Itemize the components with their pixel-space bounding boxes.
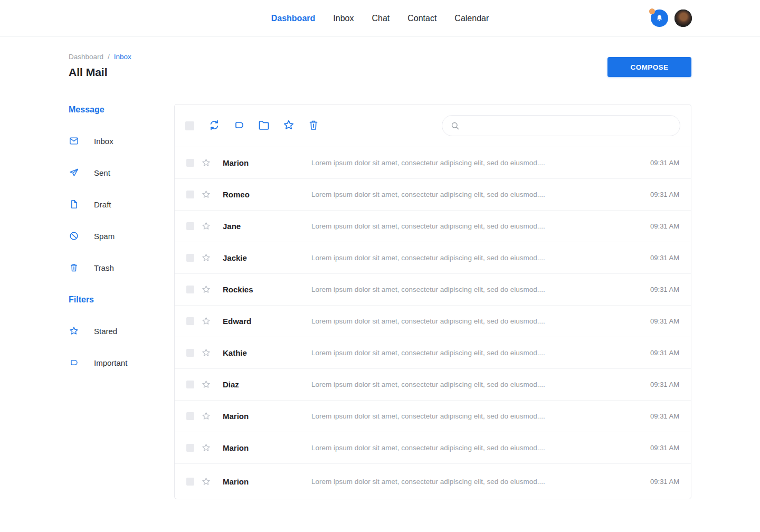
avatar[interactable]	[674, 10, 692, 27]
mail-preview: Lorem ipsum dolor sit amet, consectetur …	[311, 317, 644, 325]
topbar-actions	[651, 10, 692, 27]
nav-item-inbox[interactable]: Inbox	[333, 14, 354, 23]
mail-time: 09:31 AM	[650, 412, 679, 420]
star-icon[interactable]	[201, 411, 211, 421]
mail-sender: Marion	[223, 477, 311, 486]
breadcrumb-dashboard[interactable]: Dashboard	[69, 53, 103, 61]
mail-sender: Jane	[223, 222, 311, 231]
sidebar-item-spam[interactable]: Spam	[69, 220, 174, 252]
mail-sender: Jackie	[223, 253, 311, 262]
sidebar-item-stared[interactable]: Stared	[69, 315, 174, 347]
row-checkbox[interactable]	[186, 191, 194, 198]
mail-preview: Lorem ipsum dolor sit amet, consectetur …	[311, 381, 644, 388]
mail-row[interactable]: Marion Lorem ipsum dolor sit amet, conse…	[175, 432, 691, 464]
mail-card: Marion Lorem ipsum dolor sit amet, conse…	[174, 104, 691, 499]
mail-sender: Marion	[223, 443, 311, 452]
row-checkbox[interactable]	[186, 317, 194, 325]
star-icon[interactable]	[201, 477, 211, 487]
mail-time: 09:31 AM	[650, 191, 679, 198]
sidebar-item-important[interactable]: Important	[69, 347, 174, 378]
row-checkbox[interactable]	[186, 381, 194, 388]
sidebar-item-inbox[interactable]: Inbox	[69, 125, 174, 157]
mail-preview: Lorem ipsum dolor sit amet, consectetur …	[311, 478, 644, 486]
toolbar-actions	[207, 119, 320, 132]
star-icon[interactable]	[201, 284, 211, 294]
select-all-checkbox[interactable]	[185, 121, 194, 130]
row-checkbox[interactable]	[186, 412, 194, 420]
mail-time: 09:31 AM	[650, 444, 679, 452]
star-icon[interactable]	[201, 316, 211, 326]
mail-row[interactable]: Kathie Lorem ipsum dolor sit amet, conse…	[175, 337, 691, 369]
mail-row[interactable]: Edward Lorem ipsum dolor sit amet, conse…	[175, 306, 691, 337]
mail-preview: Lorem ipsum dolor sit amet, consectetur …	[311, 444, 644, 452]
star-icon[interactable]	[201, 379, 211, 390]
star-icon[interactable]	[201, 443, 211, 453]
breadcrumb-inbox[interactable]: Inbox	[114, 53, 131, 61]
star-button[interactable]	[282, 119, 296, 132]
mail-time: 09:31 AM	[650, 381, 679, 388]
row-checkbox[interactable]	[186, 478, 194, 486]
star-icon[interactable]	[201, 158, 211, 168]
row-checkbox[interactable]	[186, 222, 194, 230]
mail-toolbar	[175, 104, 691, 147]
row-checkbox[interactable]	[186, 444, 194, 452]
mail-time: 09:31 AM	[650, 222, 679, 230]
mail-row[interactable]: Marion Lorem ipsum dolor sit amet, conse…	[175, 464, 691, 499]
trash-icon	[307, 119, 320, 131]
star-icon	[69, 326, 79, 336]
star-icon[interactable]	[201, 221, 211, 231]
nav-item-contact[interactable]: Contact	[407, 14, 436, 23]
mail-row[interactable]: Romeo Lorem ipsum dolor sit amet, consec…	[175, 179, 691, 211]
draft-icon	[69, 199, 79, 210]
mail-time: 09:31 AM	[650, 286, 679, 293]
spam-icon	[69, 231, 79, 241]
sidebar: Message Inbox Sent Draft Spam Trash Filt…	[69, 104, 174, 378]
sidebar-item-sent[interactable]: Sent	[69, 157, 174, 188]
mail-row[interactable]: Jane Lorem ipsum dolor sit amet, consect…	[175, 211, 691, 242]
breadcrumb: Dashboard / Inbox	[69, 53, 691, 61]
mail-sender: Kathie	[223, 348, 311, 357]
star-icon[interactable]	[201, 189, 211, 200]
sidebar-item-draft[interactable]: Draft	[69, 188, 174, 220]
mail-row[interactable]: Marion Lorem ipsum dolor sit amet, conse…	[175, 147, 691, 179]
mail-sender: Rockies	[223, 285, 311, 294]
mail-row[interactable]: Rockies Lorem ipsum dolor sit amet, cons…	[175, 274, 691, 306]
row-checkbox[interactable]	[186, 159, 194, 167]
mail-sender: Marion	[223, 412, 311, 421]
top-navigation-bar: Dashboard Inbox Chat Contact Calendar	[0, 0, 760, 37]
row-checkbox[interactable]	[186, 286, 194, 293]
mail-row[interactable]: Marion Lorem ipsum dolor sit amet, conse…	[175, 401, 691, 432]
mail-row[interactable]: Jackie Lorem ipsum dolor sit amet, conse…	[175, 242, 691, 274]
row-checkbox[interactable]	[186, 254, 194, 262]
nav-item-calendar[interactable]: Calendar	[454, 14, 489, 23]
mail-sender: Romeo	[223, 190, 311, 199]
mail-row[interactable]: Diaz Lorem ipsum dolor sit amet, consect…	[175, 369, 691, 401]
notifications-button[interactable]	[651, 10, 668, 27]
nav-item-dashboard[interactable]: Dashboard	[271, 14, 316, 23]
refresh-button[interactable]	[207, 119, 221, 132]
mail-icon	[69, 136, 79, 146]
star-icon[interactable]	[201, 253, 211, 263]
sidebar-item-label: Important	[94, 358, 127, 367]
star-icon	[282, 119, 295, 131]
search-input[interactable]	[465, 121, 672, 130]
mail-preview: Lorem ipsum dolor sit amet, consectetur …	[311, 412, 644, 420]
mail-preview: Lorem ipsum dolor sit amet, consectetur …	[311, 286, 644, 293]
refresh-icon	[208, 119, 221, 131]
mail-sender: Edward	[223, 317, 311, 326]
star-icon[interactable]	[201, 348, 211, 358]
sidebar-item-trash[interactable]: Trash	[69, 252, 174, 283]
mail-time: 09:31 AM	[650, 478, 679, 486]
row-checkbox[interactable]	[186, 349, 194, 357]
move-to-folder-button[interactable]	[257, 119, 271, 132]
mail-preview: Lorem ipsum dolor sit amet, consectetur …	[311, 222, 644, 230]
nav-item-chat[interactable]: Chat	[372, 14, 390, 23]
sidebar-item-label: Trash	[94, 263, 114, 272]
tag-icon	[233, 119, 245, 131]
search-box	[442, 115, 680, 136]
compose-button[interactable]: COMPOSE	[607, 57, 691, 77]
label-button[interactable]	[232, 119, 246, 132]
delete-button[interactable]	[307, 119, 320, 132]
trash-icon	[69, 262, 79, 273]
page-title: All Mail	[69, 66, 691, 79]
